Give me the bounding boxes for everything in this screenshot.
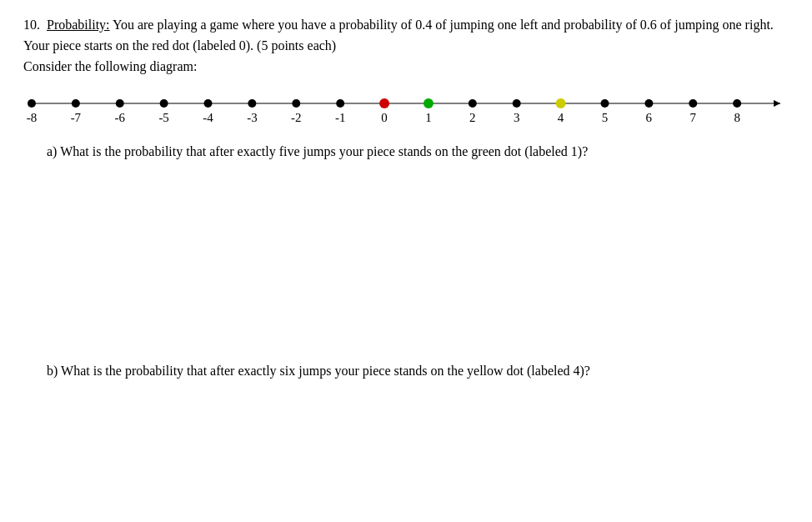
- dot-3: [513, 99, 521, 108]
- part-a-question: What is the probability that after exact…: [57, 144, 588, 158]
- problem-intro-text: You are playing a game where you have a …: [23, 18, 774, 53]
- part-b-label: b): [47, 364, 58, 378]
- svg-text:-4: -4: [203, 111, 213, 124]
- part-a-answer-space: [23, 169, 789, 353]
- dot-one-green: [424, 98, 434, 108]
- svg-text:-8: -8: [27, 111, 37, 124]
- problem-container: 10. Probability: You are playing a game …: [23, 15, 789, 382]
- dot-6: [644, 99, 653, 108]
- svg-text:-7: -7: [71, 111, 82, 124]
- problem-title: Probability:: [47, 18, 110, 32]
- problem-intro: 10. Probability: You are playing a game …: [23, 15, 789, 77]
- dot-5: [600, 99, 609, 108]
- dot-four-yellow: [556, 98, 566, 108]
- dot-neg1: [336, 99, 344, 108]
- dot-neg3: [248, 99, 256, 108]
- svg-text:3: 3: [514, 111, 519, 124]
- svg-text:-1: -1: [335, 111, 345, 124]
- consider-text: Consider the following diagram:: [23, 59, 197, 73]
- svg-text:2: 2: [469, 111, 475, 124]
- svg-text:5: 5: [602, 111, 608, 124]
- svg-text:-6: -6: [115, 111, 126, 124]
- dot-neg8: [28, 99, 36, 108]
- svg-text:4: 4: [558, 111, 564, 124]
- number-line-svg: -8 -7 -6 -5 -4 -3 -2 -1 0: [23, 88, 789, 133]
- dot-neg5: [160, 99, 168, 108]
- part-b-text: b) What is the probability that after ex…: [47, 361, 789, 382]
- svg-text:-3: -3: [247, 111, 257, 124]
- svg-text:1: 1: [425, 111, 431, 124]
- svg-text:-5: -5: [158, 111, 168, 124]
- dot-neg4: [204, 99, 213, 108]
- svg-text:0: 0: [381, 111, 387, 124]
- dot-7: [689, 99, 697, 108]
- part-a-text: a) What is the probability that after ex…: [47, 142, 789, 163]
- svg-text:6: 6: [646, 111, 653, 124]
- svg-text:8: 8: [734, 111, 739, 124]
- number-line-container: -8 -7 -6 -5 -4 -3 -2 -1 0: [23, 88, 789, 133]
- dot-neg2: [292, 99, 300, 108]
- dot-zero-red: [379, 98, 389, 108]
- dot-2: [469, 99, 477, 108]
- svg-text:-2: -2: [291, 111, 301, 124]
- dot-8: [733, 99, 741, 108]
- svg-text:7: 7: [690, 111, 697, 124]
- part-b-question: What is the probability that after exact…: [58, 364, 590, 378]
- part-a-label: a): [47, 144, 57, 158]
- dot-neg7: [72, 99, 80, 108]
- dot-neg6: [116, 99, 124, 108]
- problem-number: 10.: [23, 18, 40, 32]
- svg-marker-1: [774, 100, 780, 107]
